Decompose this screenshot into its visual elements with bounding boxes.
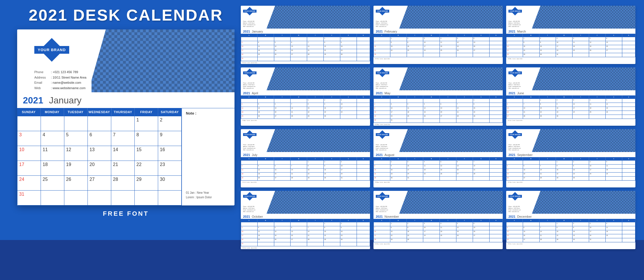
mini-cal-cell (523, 161, 540, 165)
mini-notes-cell (622, 99, 635, 103)
mini-cal-cell: 19 (606, 107, 622, 111)
mini-cal-cell: 9 (324, 103, 340, 107)
mini-cal-cell: 11 (573, 41, 589, 45)
mini-cal-cell: 30 (324, 115, 340, 119)
mini-cal-cell: 9 (556, 103, 573, 107)
mini-cal-cell (506, 222, 523, 226)
mini-cal-header-cell: F (324, 219, 340, 222)
mini-cal-cell: 29 (523, 53, 540, 57)
mini-month-year: 2021 July (241, 152, 370, 157)
mini-cal-cell: 28 (307, 238, 324, 242)
mini-cal-cell (258, 57, 274, 61)
mini-cal-header-cell: F (589, 157, 606, 160)
mini-cal-cell: 3 (423, 37, 440, 41)
mini-month: March (517, 30, 526, 33)
cal-cell: 31 (17, 191, 41, 205)
mini-footer: 01 Aug : Lorem - Ipsum dolor (373, 181, 503, 183)
mini-brand-name: YOUR BRAND (508, 71, 522, 74)
mini-cal-cell: 16 (340, 230, 357, 234)
mini-cal-cell: 22 (324, 49, 340, 53)
mini-cal-cell: 4 (440, 222, 456, 226)
mini-notes-cell (357, 230, 370, 234)
mini-cal-cell (606, 238, 622, 242)
mini-cal-body: 1234567891011121314151617181920212223242… (241, 99, 370, 119)
mini-cal-cell: 27 (506, 115, 523, 119)
mini-cal-cell (440, 53, 456, 57)
mini-notes-cell (490, 226, 503, 230)
mini-cal-cell: 9 (340, 226, 357, 230)
mini-diamond-top-icon (512, 69, 518, 71)
cal-cell: 30 (158, 176, 182, 191)
mini-cal-cell: 11 (440, 41, 456, 45)
mini-cal-header-row: SMTWTFSN (241, 34, 370, 37)
mini-cal-cell (523, 222, 540, 226)
mini-brand: YOUR BRAND (508, 192, 522, 201)
mini-cal-cell: 27 (523, 177, 540, 181)
mini-cal-cell (606, 53, 622, 57)
mini-brand: YOUR BRAND (243, 130, 257, 139)
mini-cal-cell: 22 (307, 111, 324, 115)
mini-cal-cell: 14 (473, 165, 490, 169)
notes-title: Note : (186, 111, 230, 115)
mini-cal-header-cell: F (456, 95, 473, 99)
mini-cal-cell: 3 (573, 99, 589, 103)
mini-cal-cell (506, 37, 523, 41)
mini-cal-header-cell: W (291, 95, 307, 99)
mini-cal-cell: 10 (241, 45, 258, 49)
mini-cal-cell: 19 (589, 45, 606, 49)
mini-cal-cell: 20 (523, 173, 540, 177)
mini-cal-header-cell: M (257, 219, 274, 222)
mini-cal-cell: 4 (241, 103, 258, 107)
mini-cal-cell (340, 115, 357, 119)
mini-cal-header-cell: S (373, 219, 390, 222)
mini-cal-header-cell: S (606, 157, 622, 160)
mini-cal-body: 1234567891011121314151617181920212223242… (373, 222, 503, 242)
mini-cal-cell: 2 (390, 161, 407, 165)
cal-cell: 9 (158, 131, 182, 146)
mini-cal-cell: 9 (390, 165, 407, 169)
mini-diamond-top-icon (379, 69, 385, 71)
mini-cal-header-row: SMTWTFSN (373, 95, 503, 99)
mini-cal-header-cell: S (506, 157, 523, 160)
mini-cal-cell: 8 (390, 226, 407, 230)
mini-diamond-top-icon (512, 192, 518, 195)
mini-cal-cell: 6 (506, 103, 523, 107)
mini-cal-cell: 2 (340, 222, 357, 226)
mini-footer: 01 Apr : Lorem - Ipsum dolor (241, 119, 370, 122)
mini-cal-cell: 4 (440, 37, 456, 41)
mini-cal-header-cell: W (291, 34, 307, 37)
mini-cal-cell: 16 (573, 230, 589, 234)
mini-cal-header-cell: S (241, 219, 257, 222)
mini-cal-cell: 22 (556, 234, 573, 238)
mini-year: 2021 (508, 215, 515, 218)
mini-cal-cell: 16 (573, 169, 589, 173)
mini-cal-header-cell: S (373, 95, 390, 99)
mini-cal-cell: 7 (307, 226, 324, 230)
mini-cal-cell: 27 (456, 173, 473, 177)
mini-diamond-top-icon (247, 130, 253, 133)
mini-cal-cell: 30 (407, 238, 424, 242)
mini-cal-cell: 21 (540, 173, 556, 177)
mini-cal-cell: 29 (390, 238, 407, 242)
mini-cal-cell: 14 (374, 230, 390, 234)
mini-notes-cell (622, 103, 635, 107)
mini-cal-header-cell: T (274, 157, 291, 160)
mini-cal-cell: 14 (540, 230, 556, 234)
mini-cal-cell: 12 (440, 165, 456, 169)
mini-cal-body: 1234567891011121314151617181920212223242… (241, 222, 370, 246)
mini-notes-cell (490, 99, 503, 103)
mini-cal-header-cell: T (573, 34, 589, 37)
cal-cell: 17 (17, 161, 41, 176)
mini-cal-cell: 28 (374, 53, 390, 57)
cal-grid-wrapper: SUNDAY MONDAY TUESDAY WEDNESDAY THURSDAY… (17, 108, 234, 205)
mini-cal-header-cell: M (390, 34, 407, 37)
mini-cal-cell: 4 (606, 161, 622, 165)
mini-notes-cell (357, 53, 370, 57)
mini-cal-cell: 17 (556, 45, 573, 49)
mini-header: YOUR BRAND Phone : +021 456 789 Address … (241, 6, 370, 29)
mini-cal-cell: 29 (324, 238, 340, 242)
mini-cal-cell: 4 (423, 161, 440, 165)
mini-notes-cell (622, 53, 635, 57)
mini-footer: 01 Oct : Lorem - Ipsum dolor (241, 246, 370, 249)
mini-cal-header-cell: S (241, 95, 257, 99)
